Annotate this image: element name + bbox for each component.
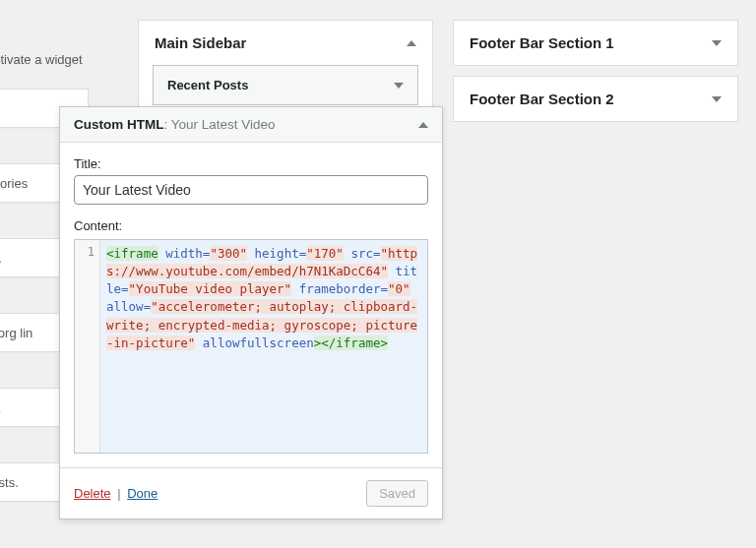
code-content[interactable]: <iframe width="300" height="170" src="ht… xyxy=(100,240,427,453)
expand-icon xyxy=(712,40,722,46)
main-sidebar-header[interactable]: Main Sidebar xyxy=(139,21,432,65)
custom-html-body: Title: Content: 1 <iframe width="300" he… xyxy=(60,143,442,467)
collapse-icon xyxy=(407,40,416,46)
main-sidebar-panel: Main Sidebar Recent Posts xyxy=(138,20,433,120)
custom-html-header[interactable]: Custom HTML: Your Latest Video xyxy=(60,107,442,143)
content-editor[interactable]: 1 <iframe width="300" height="170" src="… xyxy=(74,239,428,454)
footer-section-1-panel: Footer Bar Section 1 xyxy=(453,20,738,66)
footer-section-1-header[interactable]: Footer Bar Section 1 xyxy=(454,21,737,65)
custom-html-footer: Delete | Done Saved xyxy=(60,467,442,518)
footer-section-2-header[interactable]: Footer Bar Section 2 xyxy=(454,77,737,121)
done-link[interactable]: Done xyxy=(127,486,158,501)
footer-sections-column: Footer Bar Section 1 Footer Bar Section … xyxy=(453,20,738,132)
main-sidebar-title: Main Sidebar xyxy=(155,34,246,51)
delete-link[interactable]: Delete xyxy=(74,486,111,501)
title-input[interactable] xyxy=(74,175,428,205)
line-gutter: 1 xyxy=(75,240,100,453)
custom-html-widget: Custom HTML: Your Latest Video Title: Co… xyxy=(59,106,443,519)
collapse-icon xyxy=(418,122,428,128)
footer-section-2-panel: Footer Bar Section 2 xyxy=(453,76,738,122)
content-label: Content: xyxy=(74,218,428,233)
recent-posts-widget[interactable]: Recent Posts xyxy=(153,65,418,105)
title-label: Title: xyxy=(74,156,428,171)
footer-section-1-title: Footer Bar Section 1 xyxy=(470,34,614,51)
expand-icon xyxy=(394,83,404,89)
saved-button: Saved xyxy=(366,480,428,507)
footer-section-2-title: Footer Bar Section 2 xyxy=(470,91,614,107)
custom-html-title: Custom HTML: Your Latest Video xyxy=(74,117,276,132)
footer-links: Delete | Done xyxy=(74,486,158,501)
separator: | xyxy=(117,486,120,501)
expand-icon xyxy=(712,96,722,102)
recent-posts-label: Recent Posts xyxy=(167,78,248,92)
